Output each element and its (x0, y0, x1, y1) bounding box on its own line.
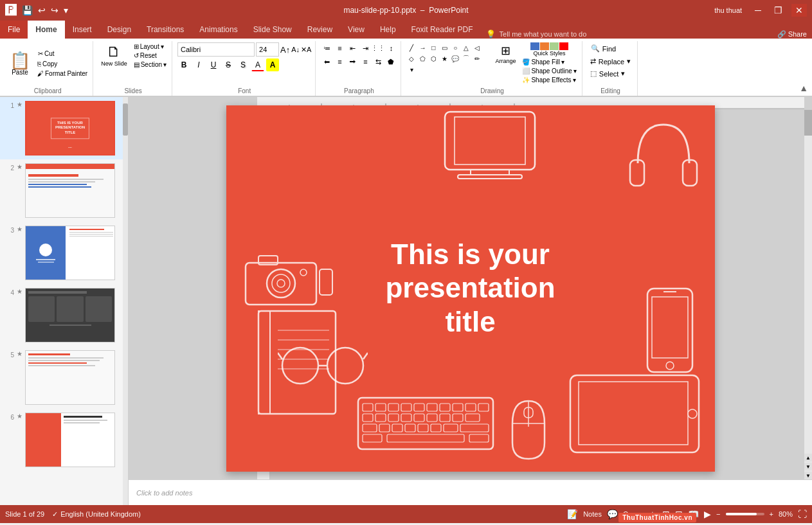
tab-insert[interactable]: Insert (65, 21, 100, 39)
notes-button[interactable]: 📝 (567, 509, 578, 519)
layout-button[interactable]: ⊞Layout▾ (132, 42, 168, 51)
strikethrough-button[interactable]: S (222, 58, 235, 71)
tab-transitions[interactable]: Transitions (139, 21, 192, 39)
increase-font-size-button[interactable]: A↑ (280, 45, 290, 55)
restore-button[interactable]: ❐ (770, 4, 786, 17)
callout-shape[interactable]: 💬 (450, 53, 460, 64)
scroll-down-arrow[interactable]: ▼ (804, 472, 812, 479)
smartart-button[interactable]: ⬟ (385, 56, 397, 67)
tab-animations[interactable]: Animations (192, 21, 245, 39)
shape-outline-button[interactable]: ⬜Shape Outline▾ (521, 67, 577, 75)
cut-button[interactable]: ✂Cut (36, 49, 89, 58)
diamond-shape[interactable]: ◇ (406, 53, 417, 64)
clear-formatting-button[interactable]: ✕A (301, 46, 311, 54)
notes-status-label[interactable]: Notes (583, 510, 602, 518)
slide-thumb-5[interactable]: 5 ★ (0, 346, 128, 409)
increase-indent-button[interactable]: ⇥ (359, 42, 371, 54)
select-button[interactable]: ⬚Select▾ (588, 68, 628, 79)
new-slide-button[interactable]: 🗋 New Slide (98, 42, 130, 68)
text-shadow-button[interactable]: S (237, 58, 249, 71)
zoom-minus-button[interactable]: − (716, 510, 720, 518)
line-spacing-button[interactable]: ↕ (385, 42, 397, 54)
slide-panel-scrollbar[interactable] (123, 97, 128, 505)
section-button[interactable]: ▤Section▾ (132, 60, 168, 69)
tab-file[interactable]: File (0, 21, 28, 39)
align-left-button[interactable]: ⬅ (321, 56, 332, 67)
collapse-ribbon-button[interactable]: ▲ (798, 41, 809, 96)
arrow-shape[interactable]: → (417, 42, 428, 53)
slide-thumb-4[interactable]: 4 ★ (0, 284, 128, 346)
oval-shape[interactable]: ○ (450, 42, 460, 53)
numbered-list-button[interactable]: ≡ (334, 42, 345, 54)
format-painter-button[interactable]: 🖌Format Painter (36, 69, 89, 78)
notes-bar[interactable]: Click to add notes (129, 479, 812, 505)
paste-button[interactable]: 📋 Paste (6, 50, 33, 78)
freeform-shape[interactable]: ✏ (472, 53, 482, 64)
zoom-plus-button[interactable]: + (770, 510, 773, 518)
justify-button[interactable]: ≡ (359, 56, 371, 67)
underline-button[interactable]: U (207, 58, 220, 71)
columns-button[interactable]: ⋮⋮ (372, 42, 384, 54)
italic-button[interactable]: I (192, 58, 205, 71)
slide-canvas[interactable]: This is your presentation title (226, 105, 715, 472)
tab-foxit[interactable]: Foxit Reader PDF (404, 21, 481, 39)
star-shape[interactable]: ★ (439, 53, 449, 64)
slide-panel-scrollbar-thumb[interactable] (123, 103, 128, 136)
rounded-rect-shape[interactable]: ▭ (439, 42, 449, 53)
scroll-prev-slide[interactable]: ▲ (804, 454, 812, 461)
comments-icon[interactable]: 💬 (607, 509, 618, 519)
tab-review[interactable]: Review (300, 21, 340, 39)
arrange-button[interactable]: ⊞ Arrange (492, 42, 518, 66)
slide-thumb-6[interactable]: 6 ★ (0, 409, 128, 471)
font-size-input[interactable]: 24 (256, 42, 279, 57)
bullet-list-button[interactable]: ≔ (321, 42, 332, 54)
decrease-font-size-button[interactable]: A↓ (291, 46, 300, 53)
undo-icon[interactable]: ↩ (37, 4, 47, 17)
copy-button[interactable]: ⎘Copy (36, 60, 89, 68)
line-shape[interactable]: ╱ (406, 42, 417, 53)
rtriangle-shape[interactable]: ◁ (472, 42, 482, 53)
align-right-button[interactable]: ⮕ (347, 56, 358, 67)
decrease-indent-button[interactable]: ⇤ (347, 42, 358, 54)
more-shapes[interactable]: ▾ (406, 64, 417, 75)
shape-fill-button[interactable]: 🪣Shape Fill▾ (521, 58, 577, 66)
canvas-scrollbar-thumb-v[interactable] (804, 110, 812, 136)
pentagon-shape[interactable]: ⬠ (417, 53, 428, 64)
hex-shape[interactable]: ⬡ (428, 53, 438, 64)
tab-view[interactable]: View (340, 21, 372, 39)
spell-check-icon[interactable]: ✓ (52, 510, 58, 519)
shape-effects-button[interactable]: ✨Shape Effects▾ (521, 76, 577, 84)
slide-panel[interactable]: 1 ★ THIS IS YOURPRESENTATIONTITLE ▪▪▪▪ 2… (0, 97, 129, 505)
close-button[interactable]: ✕ (791, 4, 807, 17)
zoom-slider[interactable] (726, 513, 764, 515)
bold-button[interactable]: B (177, 58, 190, 71)
slide-thumb-2[interactable]: 2 ★ (0, 159, 128, 222)
fit-slide-button[interactable]: ⛶ (798, 509, 807, 519)
curve-shape[interactable]: ⌒ (461, 53, 471, 64)
slide-thumb-3[interactable]: 3 ★ (0, 222, 128, 284)
font-color-button[interactable]: A (251, 58, 264, 71)
align-center-button[interactable]: ≡ (334, 56, 345, 67)
share-button[interactable]: 🔗 Share (772, 30, 812, 39)
slide-canvas-wrapper[interactable]: This is your presentation title (129, 97, 812, 479)
tab-slideshow[interactable]: Slide Show (246, 21, 300, 39)
customize-icon[interactable]: ▾ (62, 4, 69, 17)
scroll-next-slide[interactable]: ▼ (804, 463, 812, 470)
tab-help[interactable]: Help (372, 21, 404, 39)
rect-shape[interactable]: □ (428, 42, 438, 53)
quick-styles-button[interactable]: Quick Styles (521, 42, 577, 57)
canvas-scrollbar-vertical[interactable]: ▼ ▲ ▼ (804, 110, 812, 479)
tab-design[interactable]: Design (100, 21, 139, 39)
tab-home[interactable]: Home (28, 21, 64, 39)
slide-thumb-1[interactable]: 1 ★ THIS IS YOURPRESENTATIONTITLE ▪▪▪▪ (0, 97, 128, 159)
reset-button[interactable]: ↺Reset (132, 51, 168, 60)
triangle-shape[interactable]: △ (461, 42, 471, 53)
save-icon[interactable]: 💾 (21, 4, 34, 17)
redo-icon[interactable]: ↪ (50, 4, 60, 17)
slideshow-button[interactable]: ▶ (704, 509, 711, 519)
minimize-button[interactable]: ─ (751, 4, 765, 17)
replace-button[interactable]: ⇄Replace▾ (588, 56, 633, 67)
text-highlight-button[interactable]: A (266, 58, 279, 71)
language-indicator[interactable]: ✓ English (United Kingdom) (52, 510, 141, 519)
text-direction-button[interactable]: ⇆ (372, 56, 384, 67)
